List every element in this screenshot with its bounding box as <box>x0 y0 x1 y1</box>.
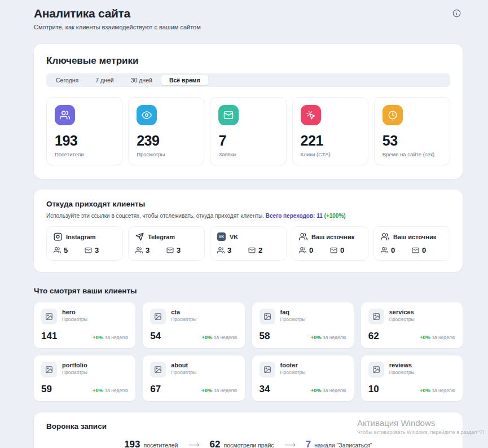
view-value: 67 <box>150 384 161 395</box>
source-visitors: 0 <box>299 246 330 254</box>
metric-label: Просмотры <box>137 151 196 157</box>
view-sublabel: Просмотры <box>62 370 87 375</box>
source-leads-count: 2 <box>258 246 262 254</box>
view-sublabel: Просмотры <box>389 370 415 375</box>
arrow-right-icon: ⟶ <box>284 440 296 448</box>
users-icon <box>217 247 225 254</box>
metric-card-time-on-site: 53 Время на сайте (сек) <box>374 97 450 165</box>
metric-value: 53 <box>383 133 442 149</box>
sources-description-text: Используйте эти ссылки в соцсетях, чтобы… <box>46 213 264 219</box>
instagram-icon <box>54 232 62 241</box>
source-card-custom-2[interactable]: Ваш источник 0 0 <box>373 226 450 261</box>
info-icon[interactable] <box>452 9 461 17</box>
mail-icon <box>218 105 239 125</box>
source-visitors-count: 0 <box>309 246 313 254</box>
source-leads: 3 <box>166 246 197 254</box>
view-name: about <box>171 362 196 368</box>
view-change: +0%за неделю <box>201 331 237 341</box>
source-visitors-count: 3 <box>146 246 150 254</box>
funnel-step-label: посетителей <box>144 442 178 448</box>
tab-30-days[interactable]: 30 дней <box>123 75 160 85</box>
view-name: cta <box>171 309 196 315</box>
tab-all-time[interactable]: Всё время <box>161 75 208 85</box>
booking-funnel-section: Воронка записи 193 посетителей ⟶ 62 посм… <box>34 412 463 448</box>
metric-value: 239 <box>137 133 196 149</box>
view-value: 62 <box>368 331 379 342</box>
source-card-vk[interactable]: VK VK 3 2 <box>210 226 287 261</box>
funnel-step-visitors: 193 посетителей <box>124 439 178 448</box>
view-name: reviews <box>389 362 415 368</box>
tab-7-days[interactable]: 7 дней <box>87 75 121 85</box>
source-name: Instagram <box>66 234 96 240</box>
metric-label: Заявки <box>218 151 278 157</box>
tab-today[interactable]: Сегодня <box>48 75 86 85</box>
view-sublabel: Просмотры <box>280 370 306 375</box>
view-sublabel: Просмотры <box>280 317 306 322</box>
source-visitors: 3 <box>217 246 248 254</box>
view-sublabel: Просмотры <box>62 317 87 322</box>
users-icon <box>381 247 388 254</box>
users-icon <box>381 232 389 241</box>
users-icon <box>135 247 143 254</box>
total-transitions: Всего переходов: 11 <box>266 213 323 219</box>
view-value: 59 <box>41 384 52 395</box>
image-icon <box>150 362 166 377</box>
source-visitors: 5 <box>54 246 85 254</box>
view-change: +0%за неделю <box>201 384 237 394</box>
funnel-step-label: нажали "Записаться" <box>314 442 372 448</box>
view-card-reviews: reviewsПросмотры 10 +0%за неделю <box>361 355 463 401</box>
view-name: faq <box>280 309 306 315</box>
view-change: +0%за неделю <box>93 331 128 341</box>
source-leads: 0 <box>330 246 361 254</box>
view-value: 10 <box>368 384 379 395</box>
source-visitors: 0 <box>381 246 412 254</box>
source-leads-count: 3 <box>177 246 181 254</box>
funnel-step-price-views: 62 посмотрели прайс <box>210 439 274 448</box>
source-leads-count: 3 <box>95 246 99 254</box>
source-card-instagram[interactable]: Instagram 5 3 <box>46 226 123 261</box>
view-name: portfolio <box>62 362 87 368</box>
section-views: Что смотрят ваши клиенты heroПросмотры 1… <box>34 287 463 401</box>
analytics-page: Аналитика сайта Смотрите, как клиенты вз… <box>0 0 488 448</box>
source-name: Ваш источник <box>393 234 436 240</box>
image-icon <box>368 362 384 377</box>
source-leads-count: 0 <box>422 246 426 254</box>
metric-label: Клики (CTA) <box>301 151 360 157</box>
source-card-telegram[interactable]: Telegram 3 3 <box>128 226 205 261</box>
key-metrics-section: Ключевые метрики Сегодня 7 дней 30 дней … <box>34 44 463 179</box>
mail-icon <box>412 247 419 254</box>
funnel-step-value: 62 <box>210 439 221 448</box>
vk-icon: VK <box>217 232 226 241</box>
image-icon <box>41 309 57 324</box>
view-sublabel: Просмотры <box>389 317 415 322</box>
total-transitions-change: (+100%) <box>324 213 346 219</box>
metric-cards: 193 Посетители 239 Просмотры 7 Заявки <box>46 97 450 165</box>
traffic-sources-section: Откуда приходят клиенты Используйте эти … <box>34 190 463 272</box>
eye-icon <box>137 105 157 125</box>
view-card-faq: faqПросмотры 58 +0%за неделю <box>252 302 354 348</box>
metric-value: 7 <box>218 133 278 149</box>
source-card-custom-1[interactable]: Ваш источник 0 0 <box>292 226 368 261</box>
source-visitors-count: 3 <box>227 246 231 254</box>
source-leads: 2 <box>248 246 279 254</box>
period-tabs: Сегодня 7 дней 30 дней Всё время <box>46 73 450 87</box>
mail-icon <box>248 247 256 254</box>
view-value: 58 <box>260 331 270 342</box>
funnel-title: Воронка записи <box>46 422 450 431</box>
source-name: Ваш источник <box>311 234 354 240</box>
click-icon <box>301 105 321 125</box>
view-cards: heroПросмотры 141 +0%за неделю ctaПросмо… <box>34 302 463 401</box>
metric-card-visitors: 193 Посетители <box>46 97 122 165</box>
users-icon <box>299 232 307 241</box>
users-icon <box>55 105 75 125</box>
view-value: 141 <box>41 331 57 342</box>
view-change: +0%за неделю <box>311 331 346 341</box>
source-visitors-count: 5 <box>64 246 68 254</box>
view-value: 54 <box>150 331 161 342</box>
metric-card-leads: 7 Заявки <box>210 97 286 165</box>
sources-title: Откуда приходят клиенты <box>46 200 450 208</box>
view-value: 34 <box>260 384 270 395</box>
view-card-hero: heroПросмотры 141 +0%за неделю <box>34 302 135 348</box>
view-card-services: servicesПросмотры 62 +0%за неделю <box>361 302 463 348</box>
funnel-step-value: 7 <box>306 439 311 448</box>
